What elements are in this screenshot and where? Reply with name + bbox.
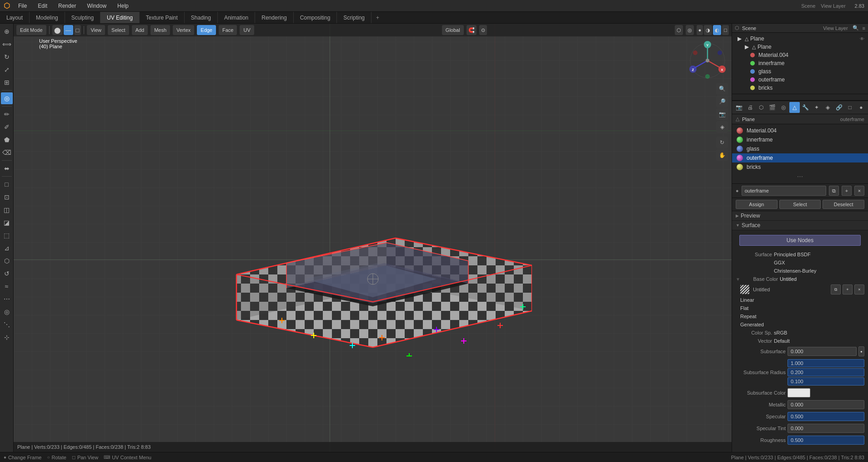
- tree-item-bricks[interactable]: bricks: [732, 84, 868, 92]
- face-select-btn[interactable]: □: [74, 25, 81, 35]
- menu-help[interactable]: Help: [115, 2, 131, 10]
- pan-btn[interactable]: ✋: [716, 149, 728, 161]
- tree-item-plane-child[interactable]: ▶ △ Plane: [732, 43, 868, 51]
- tree-item-innerframe[interactable]: innerframe: [732, 59, 868, 67]
- menu-render[interactable]: Render: [55, 2, 79, 10]
- uv-menu[interactable]: UV: [240, 25, 254, 35]
- tool-bevel[interactable]: ◪: [1, 217, 13, 228]
- deselect-btn[interactable]: Deselect: [823, 200, 864, 209]
- tool-spin[interactable]: ↺: [1, 268, 13, 279]
- tab-texture-paint[interactable]: Texture Paint: [140, 12, 185, 23]
- prop-icon-world[interactable]: ◎: [778, 102, 788, 113]
- menu-window[interactable]: Window: [84, 2, 109, 10]
- tab-animation[interactable]: Animation: [218, 12, 255, 23]
- preview-section-header[interactable]: ▶ Preview: [732, 211, 868, 221]
- tool-polyline[interactable]: ⬡: [1, 255, 13, 267]
- tool-add[interactable]: □: [1, 178, 13, 190]
- tool-edge-slide[interactable]: ⋯: [1, 293, 13, 305]
- tab-sculpting[interactable]: Sculpting: [65, 12, 100, 23]
- tab-modeling[interactable]: Modeling: [30, 12, 65, 23]
- camera-view-btn[interactable]: 📷: [716, 108, 728, 120]
- mesh-menu[interactable]: Mesh: [151, 25, 170, 35]
- prop-icon-constraints[interactable]: 🔗: [834, 102, 844, 113]
- tool-move[interactable]: ⟺: [1, 38, 13, 50]
- tool-loop-cut[interactable]: ⬚: [1, 229, 13, 241]
- tab-shading[interactable]: Shading: [185, 12, 218, 23]
- use-nodes-button[interactable]: Use Nodes: [739, 235, 861, 246]
- proportional-btn[interactable]: ⊙: [479, 25, 487, 35]
- tab-compositing[interactable]: Compositing: [294, 12, 337, 23]
- mat-item-material004[interactable]: Material.004: [732, 126, 868, 135]
- tool-annotate[interactable]: ✏: [1, 108, 13, 120]
- solid-shade-btn[interactable]: ●: [697, 25, 703, 35]
- prop-icon-output[interactable]: 🖨: [745, 102, 755, 113]
- tool-rotate[interactable]: ↻: [1, 51, 13, 63]
- face-menu[interactable]: Face: [219, 25, 237, 35]
- tree-item-outerframe[interactable]: outerframe: [732, 76, 868, 84]
- select-btn[interactable]: Select: [779, 200, 821, 209]
- wireframe-shade-btn[interactable]: □: [722, 25, 729, 35]
- subsurface-radius-g[interactable]: [788, 368, 864, 376]
- metallic-field[interactable]: [788, 400, 864, 409]
- surface-section-header[interactable]: ▼ Surface: [732, 221, 868, 230]
- tab-add[interactable]: +: [371, 12, 384, 23]
- navigation-gizmo[interactable]: Y X Z: [687, 40, 728, 81]
- prop-icon-scene[interactable]: 🎬: [767, 102, 777, 113]
- tree-eye-icon[interactable]: 👁: [860, 36, 864, 41]
- xray-btn[interactable]: ◎: [686, 25, 694, 35]
- tool-scale[interactable]: ⤢: [1, 64, 13, 76]
- outliner-filter-icon[interactable]: ≡: [863, 25, 865, 31]
- tool-erase[interactable]: ⌫: [1, 147, 13, 158]
- subsurface-radius-b[interactable]: [788, 377, 864, 386]
- prop-icon-material[interactable]: ●: [856, 102, 866, 113]
- prop-icon-data[interactable]: □: [845, 102, 855, 113]
- prop-icon-modifiers[interactable]: 🔧: [801, 102, 811, 113]
- edge-select-btn[interactable]: —: [64, 25, 73, 35]
- mode-dropdown[interactable]: Edit Mode: [16, 25, 46, 35]
- outliner-search-icon[interactable]: 🔍: [853, 25, 859, 31]
- tree-item-glass[interactable]: glass: [732, 67, 868, 76]
- prop-icon-particles[interactable]: ✦: [812, 102, 822, 113]
- tool-shear[interactable]: ⋱: [1, 319, 13, 330]
- prop-icon-object[interactable]: △: [789, 102, 799, 113]
- subsurface-field[interactable]: [788, 347, 857, 356]
- tool-annotate-line[interactable]: ✐: [1, 121, 13, 133]
- tool-transform[interactable]: ⊞: [1, 76, 13, 88]
- select-menu[interactable]: Select: [108, 25, 129, 35]
- specular-field[interactable]: [788, 412, 864, 421]
- mat-close-btn[interactable]: ×: [854, 186, 864, 196]
- tab-rendering[interactable]: Rendering: [255, 12, 293, 23]
- transform-orientation[interactable]: Global: [442, 25, 464, 35]
- mat-item-glass[interactable]: glass: [732, 144, 868, 153]
- zoom-in-btn[interactable]: 🔍: [716, 83, 728, 95]
- rendered-shade-btn[interactable]: ◐: [713, 25, 721, 35]
- specular-tint-field[interactable]: [788, 424, 864, 433]
- tab-scripting[interactable]: Scripting: [337, 12, 371, 23]
- tab-uv-editing[interactable]: UV Editing: [100, 12, 140, 23]
- tool-smooth[interactable]: ≈: [1, 280, 13, 292]
- tree-item-plane-root[interactable]: ▶ △ Plane 👁: [732, 35, 868, 43]
- mat-item-bricks[interactable]: bricks: [732, 162, 868, 172]
- prop-icon-view[interactable]: ⬡: [756, 102, 766, 113]
- tool-active[interactable]: ◎: [1, 92, 13, 104]
- base-color-expand-arrow[interactable]: ▼: [736, 277, 740, 282]
- texture-close-btn[interactable]: ×: [854, 284, 864, 294]
- edge-menu[interactable]: Edge: [197, 25, 216, 35]
- tool-measure[interactable]: ⬌: [1, 162, 13, 174]
- subsurface-radius-r[interactable]: [788, 359, 864, 367]
- tool-extrude[interactable]: ⊡: [1, 191, 13, 203]
- menu-file[interactable]: File: [15, 2, 30, 10]
- subsurface-color-swatch[interactable]: [788, 388, 810, 397]
- view-menu[interactable]: View: [87, 25, 105, 35]
- mat-item-outerframe[interactable]: outerframe: [732, 153, 868, 162]
- vertex-menu[interactable]: Vertex: [173, 25, 194, 35]
- texture-copy-btn[interactable]: ⧉: [831, 284, 841, 294]
- assign-btn[interactable]: Assign: [736, 200, 778, 209]
- vertex-select-btn[interactable]: ⬤: [52, 25, 63, 35]
- subsurface-dot-btn[interactable]: ●: [858, 346, 864, 356]
- viewport-3d[interactable]: Edit Mode ⬤ — □ View Select Add Mesh Ver…: [14, 24, 732, 452]
- tool-annotate-poly[interactable]: ⬟: [1, 134, 13, 146]
- prop-icon-physics[interactable]: ◈: [823, 102, 833, 113]
- mat-new-btn[interactable]: +: [842, 186, 852, 196]
- menu-edit[interactable]: Edit: [35, 2, 50, 10]
